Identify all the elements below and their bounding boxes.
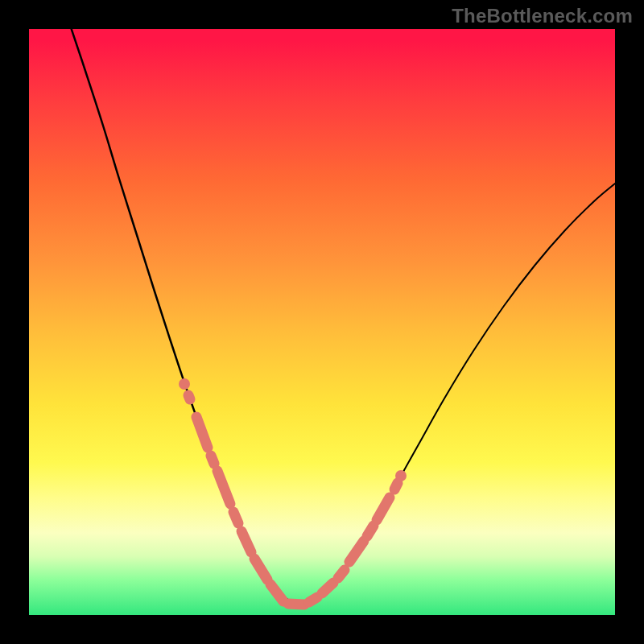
right-curve xyxy=(296,184,615,605)
chart-frame: TheBottleneck.com xyxy=(0,0,644,644)
chart-svg xyxy=(29,29,615,615)
marker-dash xyxy=(377,497,390,520)
marker-dash xyxy=(188,395,190,399)
marker-dot xyxy=(395,470,407,481)
marker-dash xyxy=(367,526,374,536)
left-curve xyxy=(69,29,296,605)
marker-dash xyxy=(242,531,251,552)
marker-dash xyxy=(196,417,208,448)
marker-dot xyxy=(179,378,190,390)
marker-dash xyxy=(394,483,398,489)
plot-area xyxy=(29,29,615,615)
marker-dash xyxy=(233,512,238,523)
marker-dash xyxy=(270,584,283,601)
marker-dashes xyxy=(188,395,398,605)
marker-dash xyxy=(288,604,304,605)
marker-dash xyxy=(322,583,333,593)
marker-dash xyxy=(254,559,267,580)
marker-dash xyxy=(211,456,214,464)
marker-dash xyxy=(349,541,364,562)
marker-dash xyxy=(217,471,230,504)
watermark-text: TheBottleneck.com xyxy=(452,5,633,27)
marker-dash xyxy=(309,597,317,602)
marker-dash xyxy=(338,570,345,578)
